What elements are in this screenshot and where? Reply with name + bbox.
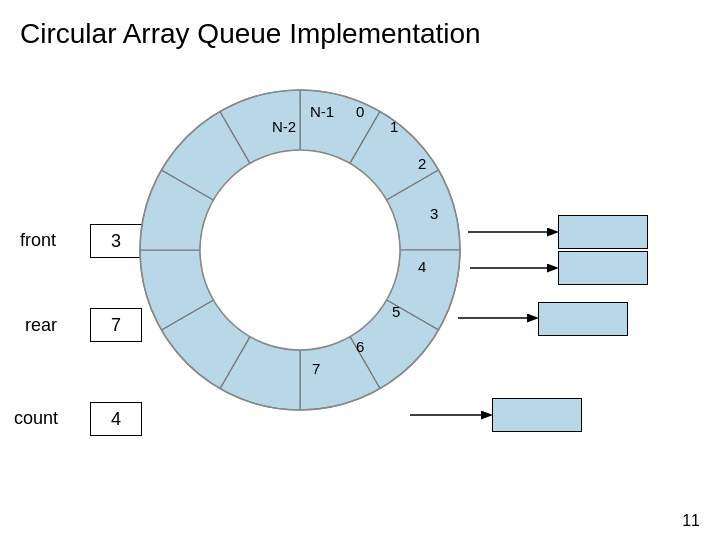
svg-point-0 bbox=[200, 150, 400, 350]
seg-label-3: 3 bbox=[430, 205, 438, 222]
array-box-3 bbox=[558, 251, 648, 285]
seg-label-5: 5 bbox=[392, 303, 400, 320]
page-title: Circular Array Queue Implementation bbox=[20, 18, 481, 50]
rear-label: rear bbox=[25, 315, 57, 336]
seg-label-4: 4 bbox=[418, 258, 426, 275]
seg-label-0: 0 bbox=[356, 103, 364, 120]
seg-label-2: 2 bbox=[418, 155, 426, 172]
circular-ring bbox=[130, 80, 470, 420]
seg-label-n1: N-1 bbox=[310, 103, 334, 120]
seg-label-n2: N-2 bbox=[272, 118, 296, 135]
front-label: front bbox=[20, 230, 56, 251]
array-box-7 bbox=[492, 398, 582, 432]
array-box-2 bbox=[558, 215, 648, 249]
seg-label-7: 7 bbox=[312, 360, 320, 377]
seg-label-1: 1 bbox=[390, 118, 398, 135]
count-label: count bbox=[14, 408, 58, 429]
page-number: 11 bbox=[682, 512, 700, 530]
array-box-4 bbox=[538, 302, 628, 336]
seg-label-6: 6 bbox=[356, 338, 364, 355]
